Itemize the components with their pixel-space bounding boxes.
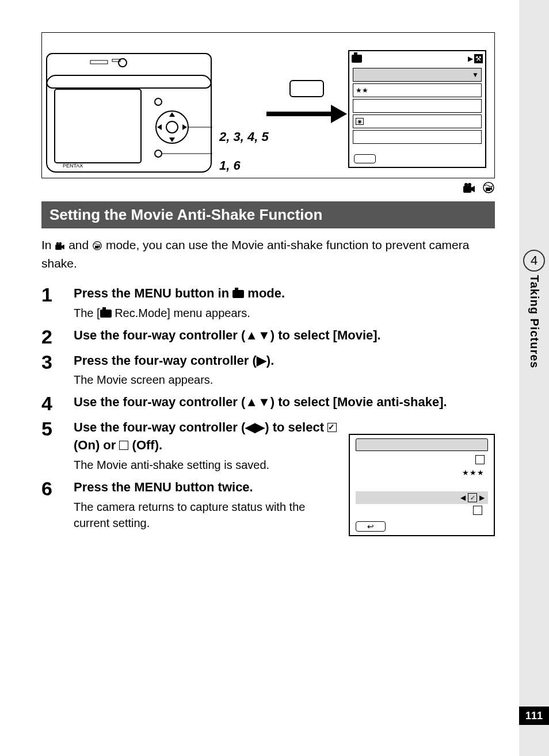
capture-mode-icon (232, 290, 244, 298)
triangle-right-icon: ▶ (479, 494, 485, 502)
svg-rect-21 (486, 188, 490, 191)
step-title: Press the MENU button twice. (74, 479, 340, 497)
arrow-down-icon: ▼ (472, 71, 479, 79)
svg-rect-16 (463, 186, 471, 193)
tool-tab-icon: ⚒ (474, 54, 483, 63)
chapter-side-tab: 4 Taking Pictures (519, 250, 549, 368)
lcd-movie-menu: ★★★ ◀ ✓ ▶ ↩ (349, 434, 495, 536)
chapter-number-circle: 4 (523, 250, 545, 272)
lcd-row-metering: ◉ (353, 114, 482, 128)
svg-point-19 (468, 183, 471, 186)
lcd-menu-back-icon: ↩ (356, 521, 386, 532)
intro-text: mode, you can use the Movie anti-shake f… (41, 238, 469, 270)
checkbox-off-icon (119, 441, 128, 450)
svg-marker-7 (157, 124, 162, 130)
lcd-row-pixels (356, 453, 488, 466)
movie-mode-icon (463, 183, 475, 196)
lcd-row-wb (353, 99, 482, 113)
camera-logo: PENTAX (63, 163, 83, 169)
step-number: 6 (41, 479, 74, 531)
svg-marker-8 (182, 124, 187, 130)
metering-icon: ◉ (356, 118, 364, 125)
step-number: 4 (41, 394, 74, 413)
annotation-ok-button: 1, 6 (219, 158, 241, 173)
intro-text: and (65, 238, 92, 251)
svg-point-10 (155, 150, 162, 157)
capture-mode-icon (100, 310, 112, 318)
checkbox-off-icon (473, 506, 482, 515)
intro-text: In (41, 238, 55, 251)
tab-arrow-icon: ▶ (468, 55, 473, 63)
triangle-left-icon: ◀ (460, 494, 466, 502)
lcd-row-quality: ★★ (353, 83, 482, 97)
lcd-movie-title (356, 438, 488, 451)
checkbox-on-icon (327, 423, 337, 432)
svg-rect-1 (47, 75, 211, 172)
svg-rect-28 (95, 246, 98, 249)
camera-tab-icon (352, 55, 362, 63)
svg-point-12 (119, 59, 127, 67)
svg-marker-17 (471, 186, 475, 192)
lcd-top-row: ▶ ⚒ (349, 51, 485, 66)
applicable-mode-icons (41, 182, 495, 194)
svg-rect-2 (55, 89, 141, 163)
lcd-row-quality: ★★★ (356, 466, 488, 479)
step-1: 1 Press the MENU button in mode. The [ R… (41, 285, 495, 321)
step-title: Press the four-way controller (▶). (74, 352, 495, 370)
lcd-row-anti-shake-selected: ◀ ✓ ▶ (356, 491, 488, 504)
intro-paragraph: In and mode, you can use the Movie anti-… (41, 236, 495, 273)
lcd-menu-label-icon (354, 154, 376, 163)
svg-point-9 (155, 98, 162, 105)
step-number: 2 (41, 327, 74, 346)
lcd-row-iso (353, 130, 482, 144)
svg-point-18 (464, 183, 468, 186)
step-title: Use the four-way controller (◀▶) to sele… (74, 419, 340, 455)
step-sub: The camera returns to capture status wit… (74, 499, 340, 531)
svg-point-4 (166, 121, 178, 133)
checkbox-on-icon: ✓ (468, 493, 477, 502)
figure-box: PENTAX 2, 3, 4, 5 1, 6 ▶ ⚒ (41, 32, 495, 178)
lcd-row-below (356, 504, 488, 517)
step-title: Use the four-way controller (▲▼) to sele… (74, 394, 495, 411)
annotation-controller: 2, 3, 4, 5 (219, 129, 269, 144)
step-sub: The Movie screen appears. (74, 372, 495, 388)
svg-marker-22 (490, 187, 492, 190)
step-3: 3 Press the four-way controller (▶). The… (41, 352, 495, 388)
svg-marker-6 (169, 138, 175, 142)
section-heading: Setting the Movie Anti-Shake Function (41, 201, 495, 228)
svg-marker-24 (62, 245, 64, 250)
menu-press-arrow (266, 80, 347, 143)
content-area: PENTAX 2, 3, 4, 5 1, 6 ▶ ⚒ (41, 32, 495, 537)
lcd-row-selected: ▼ (353, 68, 482, 82)
svg-rect-0 (47, 54, 211, 88)
step-title: Press the MENU button in mode. (74, 285, 495, 303)
svg-rect-23 (56, 245, 62, 250)
step-number: 1 (41, 285, 74, 321)
svg-marker-29 (98, 245, 100, 248)
step-number: 5 (41, 419, 74, 473)
step-sub: The Movie anti-shake setting is saved. (74, 457, 340, 473)
page-number: 111 (519, 707, 549, 725)
svg-rect-11 (90, 60, 108, 64)
menu-button-icon (289, 80, 324, 97)
chapter-title-vertical: Taking Pictures (528, 275, 541, 368)
lcd-rec-mode-menu: ▶ ⚒ ▼ ★★ ◉ (348, 50, 486, 168)
stars-icon: ★★★ (462, 468, 485, 477)
page: 4 Taking Pictures 111 (0, 0, 549, 756)
camera-illustration: PENTAX (45, 52, 212, 173)
step-4: 4 Use the four-way controller (▲▼) to se… (41, 394, 495, 413)
svg-point-25 (56, 242, 59, 245)
underwater-movie-mode-icon (92, 238, 102, 255)
underwater-movie-mode-icon (482, 182, 495, 196)
step-title: Use the four-way controller (▲▼) to sele… (74, 327, 495, 345)
svg-marker-5 (169, 112, 175, 117)
step-2: 2 Use the four-way controller (▲▼) to se… (41, 327, 495, 346)
step-number: 3 (41, 352, 74, 388)
svg-point-26 (59, 242, 62, 245)
movie-mode-icon (55, 238, 65, 255)
box-icon (475, 455, 485, 464)
lcd-row-spacer (356, 479, 488, 491)
step-sub: The [ Rec.Mode] menu appears. (74, 305, 495, 321)
arrow-right-icon (266, 110, 347, 118)
right-margin-strip (519, 0, 549, 756)
